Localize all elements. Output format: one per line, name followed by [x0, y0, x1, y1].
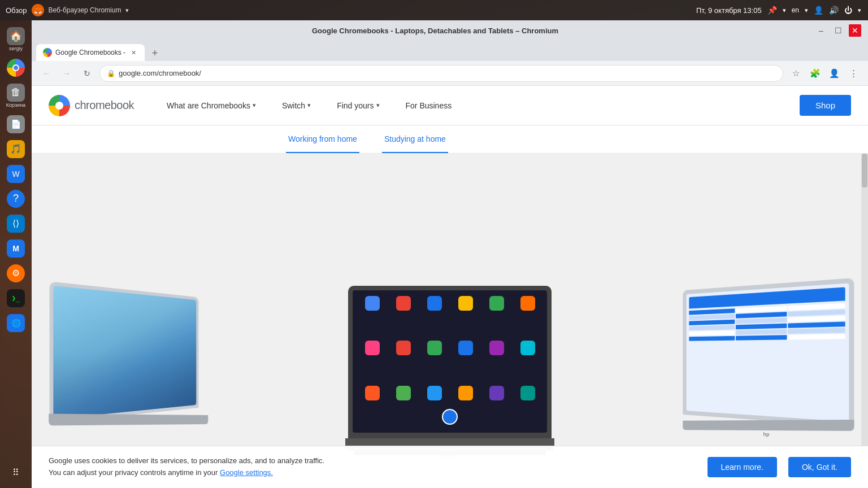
sidebar-item-mm[interactable]: M — [2, 237, 29, 260]
window-titlebar: Google Chromebooks - Laptops, Detachable… — [32, 20, 868, 41]
nav-switch-chevron: ▾ — [307, 102, 311, 109]
app-dot-10 — [458, 341, 473, 355]
url-bar[interactable]: 🔒 google.com/chromebook/ — [99, 65, 783, 82]
sidebar-item-sound[interactable]: 🎵 — [2, 138, 29, 160]
taskbar-arrow-icon[interactable]: ▾ — [783, 7, 786, 14]
taskbar-pin-icon[interactable]: 📌 — [767, 6, 777, 15]
sidebar-item-vscode[interactable]: ⟨⟩ — [2, 212, 29, 235]
sidebar-item-apps[interactable]: 🌐 — [2, 312, 29, 334]
cal-cell — [788, 334, 845, 339]
sidebar-item-trash[interactable]: 🗑 Корзина — [2, 81, 29, 111]
taskbar-datetime: Пт, 9 октября 13:05 — [696, 6, 762, 15]
app-dot-14 — [396, 386, 411, 400]
new-tab-button[interactable]: + — [147, 45, 163, 61]
extensions-icon[interactable]: 🧩 — [807, 66, 823, 81]
sidebar-item-home[interactable]: 🏠 sergiy — [2, 25, 29, 54]
taskbar-app-name: Веб-браузер Chromium — [49, 6, 121, 14]
taskbar-chevron-icon[interactable]: ▾ — [858, 7, 861, 14]
cookie-banner: Google uses cookies to deliver its servi… — [32, 446, 868, 488]
taskbar-user-icon[interactable]: 👤 — [814, 6, 823, 15]
laptop-center-trackpad — [442, 409, 458, 425]
app-dot-15 — [427, 386, 442, 400]
cookie-text-line2: You can adjust your privacy controls any… — [49, 468, 220, 477]
tools-icon: ⚙ — [7, 264, 25, 282]
shop-button[interactable]: Shop — [800, 95, 851, 116]
cal-cell — [689, 325, 735, 330]
page-scrollbar[interactable] — [861, 154, 868, 460]
nav-find-yours-chevron: ▾ — [376, 102, 380, 109]
cookie-text: Google uses cookies to deliver its servi… — [49, 455, 696, 479]
firefox-icon[interactable]: 🦊 — [32, 4, 44, 16]
taskbar-lang[interactable]: en — [792, 6, 799, 14]
sidebar-item-help[interactable]: ? — [2, 188, 29, 210]
back-button[interactable]: ← — [38, 66, 54, 81]
nav-for-business-label: For Business — [406, 101, 452, 110]
cal-cell — [736, 329, 787, 335]
writer-icon: W — [7, 165, 25, 183]
taskbar-sound-icon[interactable]: 🔊 — [829, 6, 839, 15]
logo-text: chromebook — [75, 99, 134, 112]
tab-close-button[interactable]: ✕ — [129, 48, 138, 57]
cookie-text-line1: Google uses cookies to deliver its servi… — [49, 456, 324, 465]
profile-icon[interactable]: 👤 — [826, 66, 842, 81]
tab-title: Google Chromebooks - — [55, 49, 125, 56]
taskbar-lang-arrow[interactable]: ▾ — [805, 7, 808, 14]
mm-icon: M — [7, 239, 25, 258]
sidebar-item-files[interactable]: 📄 — [2, 113, 29, 136]
laptop-right-lid — [683, 278, 854, 427]
app-dot-8 — [396, 341, 411, 355]
active-tab[interactable]: Google Chromebooks - ✕ — [36, 44, 145, 61]
ok-got-it-button[interactable]: Ok, Got it. — [788, 457, 851, 477]
tab-bar: Google Chromebooks - ✕ + — [32, 41, 868, 61]
lock-icon: 🔒 — [107, 69, 115, 77]
sub-nav-studying[interactable]: Studying at home — [382, 125, 448, 153]
taskbar-power-icon[interactable]: ⏻ — [844, 6, 852, 15]
window-title: Google Chromebooks - Laptops, Detachable… — [60, 27, 810, 35]
google-settings-link[interactable]: Google settings. — [220, 468, 273, 477]
cal-cell — [788, 321, 845, 328]
nav-find-yours[interactable]: Find yours ▾ — [332, 99, 384, 112]
menu-icon[interactable]: ⋮ — [845, 66, 861, 81]
sub-nav-working[interactable]: Working from home — [286, 125, 359, 153]
nav-what-chevron: ▾ — [253, 102, 256, 109]
cal-cell — [736, 335, 787, 340]
close-button[interactable]: ✕ — [849, 24, 861, 37]
laptop-right: hp — [670, 285, 862, 437]
sidebar-item-writer[interactable]: W — [2, 163, 29, 185]
taskbar-right: Пт, 9 октября 13:05 📌 ▾ en ▾ 👤 🔊 ⏻ ▾ — [689, 6, 868, 15]
bookmark-icon[interactable]: ☆ — [788, 66, 804, 81]
app-dot-9 — [427, 341, 442, 355]
nav-what-are-chromebooks[interactable]: What are Chromebooks ▾ — [162, 99, 261, 112]
sidebar-label-home: sergiy — [9, 46, 23, 52]
nav-for-business[interactable]: For Business — [401, 99, 457, 112]
address-right-icons: ☆ 🧩 👤 ⋮ — [788, 66, 861, 81]
hero-area: DELL — [32, 154, 868, 460]
app-dot-5 — [489, 296, 504, 311]
sidebar-item-grid[interactable]: ⠿ — [2, 461, 29, 483]
chromium-icon — [7, 59, 25, 77]
nav-switch[interactable]: Switch ▾ — [277, 99, 315, 112]
sidebar-item-terminal[interactable]: ❯_ — [2, 287, 29, 310]
taskbar: Обзор 🦊 Веб-браузер Chromium ▾ Пт, 9 окт… — [0, 0, 868, 20]
apps-icon: 🌐 — [7, 314, 25, 332]
home-icon: 🏠 — [7, 27, 25, 45]
logo-area[interactable]: chromebook — [49, 95, 134, 116]
screen-calendar — [687, 283, 849, 345]
scrollbar-thumb[interactable] — [862, 154, 867, 188]
maximize-button[interactable]: ☐ — [832, 24, 844, 37]
forward-button[interactable]: → — [59, 66, 75, 81]
sidebar-item-chromium[interactable] — [2, 56, 29, 79]
sound-icon: 🎵 — [7, 140, 25, 158]
learn-more-button[interactable]: Learn more. — [708, 457, 777, 477]
chromebook-logo — [49, 95, 70, 116]
laptop-left-screen — [53, 286, 196, 419]
app-dot-13 — [365, 386, 380, 400]
reload-button[interactable]: ↻ — [79, 66, 95, 81]
app-dot-3 — [427, 296, 442, 311]
taskbar-dropdown-icon[interactable]: ▾ — [125, 7, 129, 14]
minimize-button[interactable]: – — [815, 24, 827, 37]
laptop-left — [49, 290, 229, 437]
sidebar-item-tools[interactable]: ⚙ — [2, 262, 29, 285]
laptop-left-base — [49, 414, 208, 426]
app-dot-4 — [458, 296, 473, 311]
